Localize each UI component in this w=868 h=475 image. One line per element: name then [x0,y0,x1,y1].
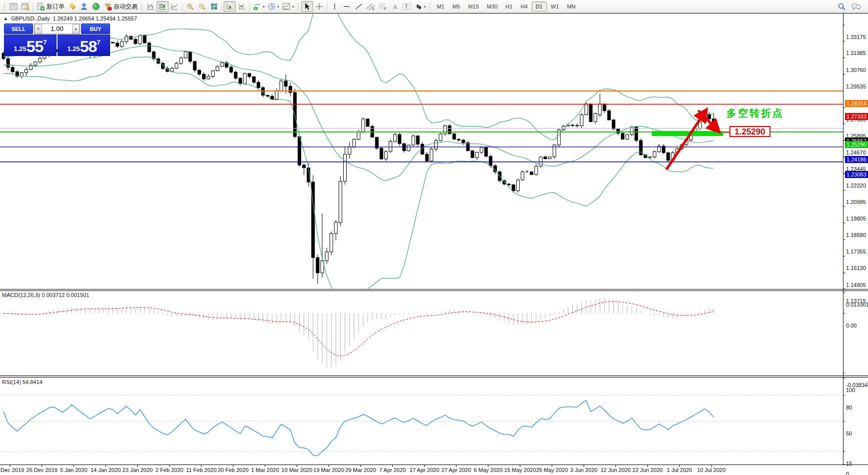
timeframe-H4[interactable]: H4 [517,2,532,12]
zoom-out-button[interactable] [196,1,208,12]
volume-increase-button[interactable]: ▲ [72,24,80,34]
data-window-button[interactable] [20,1,32,12]
arrows-icon [414,2,422,10]
market-watch-button[interactable] [8,1,20,12]
news-icon [92,2,100,10]
templates-button[interactable]: ▾ [281,1,296,12]
date-label: 3 Jun 2020 [570,467,597,473]
new-order-button[interactable]: 新订单 [35,1,66,12]
autotrade-icon [104,2,112,11]
indicators-button[interactable]: ▾ [251,1,266,12]
arrows-button[interactable]: ▾ [413,1,427,12]
vertical-line-button[interactable] [329,1,341,12]
price-tick: 1.17355 [846,248,866,254]
indicators-icon [253,2,261,10]
auto-scroll-button[interactable] [224,1,236,12]
price-label-1.25290: 1.25290 [845,141,868,148]
date-label: 6 May 2020 [474,467,502,473]
price-label-1.27333: 1.27333 [845,113,868,120]
metaeditor-button[interactable] [66,1,78,12]
buy-price-sup: 7 [97,38,100,46]
bar-chart-icon [147,2,155,10]
timeframe-M15[interactable]: M15 [464,2,483,12]
support-zone-rect[interactable] [652,131,723,136]
timeframe-D1[interactable]: D1 [532,2,547,12]
tile-windows-button[interactable] [208,1,220,12]
date-label: 2 Feb 2020 [156,467,184,473]
date-label: 29 Mar 2020 [345,467,376,473]
one-click-toggle-icon[interactable]: ▲ [4,16,8,21]
timeframe-W1[interactable]: W1 [547,2,563,12]
annotation-price-tag[interactable]: 1.25290 [729,126,770,137]
rsi-tick: 80 [846,404,852,410]
vertical-line-icon [332,2,338,10]
horizontal-line-button[interactable] [341,1,353,12]
date-label: 17 Apr 2020 [410,467,439,473]
dropdown-arrow-icon: ▾ [292,4,294,9]
toolbar-drag-handle[interactable] [4,2,6,10]
svg-text:A: A [393,3,398,10]
periods-button[interactable]: ▾ [266,1,281,12]
chart-shift-button[interactable] [236,1,248,12]
volume-decrease-button[interactable]: ▼ [35,24,42,34]
news-button[interactable] [90,1,102,12]
svg-text:F: F [384,7,386,10]
bar-chart-button[interactable] [145,1,157,12]
equidistant-channel-icon: E [366,2,375,10]
timeframe-M5[interactable]: M5 [448,2,464,12]
macd-tick: 0.013301 [846,302,868,308]
date-label: 7 Apr 2020 [379,467,406,473]
buy-price-display[interactable]: 1.25587 [58,34,110,56]
equidistant-channel-button[interactable]: E [365,1,377,12]
fibonacci-button[interactable]: F [377,1,389,12]
autotrade-button[interactable]: 自动交易 [102,1,139,12]
trendline-button[interactable] [353,1,365,12]
timeframe-H1[interactable]: H1 [501,2,516,12]
timeframe-toolbar: M1M5M15M30H1H4D1W1MN [433,2,579,12]
macd-tick: 0.00 [846,322,856,328]
buy-button[interactable]: BUY [81,24,110,34]
price-label-1.23083: 1.23083 [845,171,868,178]
price-tick: 1.30760 [846,67,866,73]
timeframe-M1[interactable]: M1 [433,2,448,12]
toolbar-drag-handle[interactable] [429,2,431,10]
symbol-ohlc: 1.26249 1.26654 1.25494 1.25557 [53,16,137,22]
text-label-icon: T [402,2,411,10]
date-label: 14 Jan 2020 [91,467,121,473]
dropdown-arrow-icon: ▾ [263,4,265,9]
rsi-label: RSI(14) 54.8414 [2,379,43,385]
toolbar-drag-handle[interactable] [141,2,143,10]
annotation-note[interactable]: 多空转折点 [726,106,784,120]
candle-chart-button[interactable] [157,1,169,12]
timeframe-M30[interactable]: M30 [483,2,501,12]
cursor-button[interactable] [301,1,313,12]
sell-price-display[interactable]: 1.25557 [4,34,57,56]
timeframe-MN[interactable]: MN [563,2,579,12]
text-button[interactable]: A [389,1,401,12]
volume-field: ▼ 1.00 ▲ [34,24,80,34]
search-icon[interactable] [837,2,846,11]
price-tick: 1.20995 [846,199,866,205]
toolbar-drag-handle[interactable] [297,2,300,10]
price-tick: 1.19805 [846,216,866,222]
zoom-in-icon [186,2,194,10]
chart-canvas[interactable] [0,12,868,475]
sell-price-prefix: 1.25 [14,45,26,52]
volume-value[interactable]: 1.00 [42,24,72,34]
periods-icon [268,2,276,10]
chat-icon[interactable] [851,2,861,10]
sell-button[interactable]: SELL [4,24,33,34]
crosshair-button[interactable] [313,1,325,12]
line-chart-icon [171,2,179,10]
symbol-title: GBPUSD-,Daily [11,16,50,22]
trend-arrow-1[interactable] [666,114,704,170]
horizontal-line-icon [343,2,351,10]
date-label: 26 Dec 2019 [27,467,58,473]
price-label-1.24186: 1.24186 [845,156,868,163]
price-tick: 1.16130 [846,265,866,271]
market-watch-icon [10,2,18,10]
zoom-in-button[interactable] [184,1,196,12]
line-chart-button[interactable] [169,1,181,12]
expert-advisors-button[interactable] [78,1,90,12]
text-label-button[interactable]: T [401,1,413,12]
